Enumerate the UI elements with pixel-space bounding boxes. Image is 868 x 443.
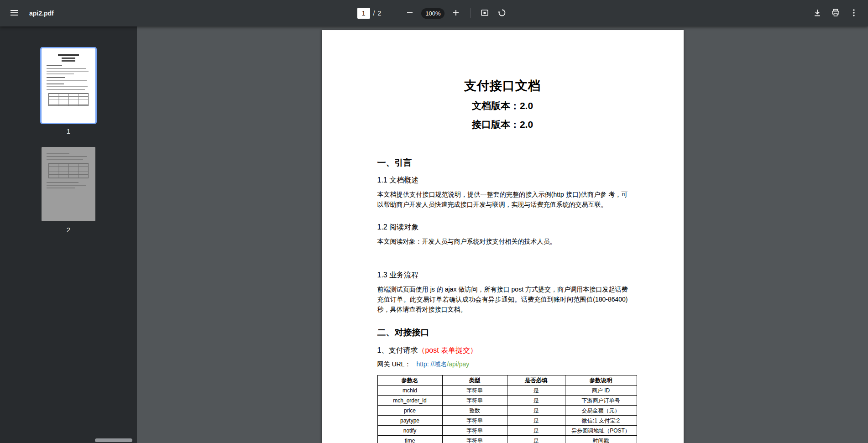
table-cell: price xyxy=(377,406,442,416)
plus-icon xyxy=(452,9,460,18)
minus-icon xyxy=(406,9,414,18)
more-options-button[interactable] xyxy=(845,5,863,22)
thumbnail-sidebar: 1 2 xyxy=(0,26,137,443)
table-cell: 时间戳 xyxy=(565,436,637,443)
table-cell: 交易金额（元） xyxy=(565,406,637,416)
page-navigation: / 2 xyxy=(357,8,382,19)
table-cell: 是 xyxy=(507,426,565,436)
table-header-cell: 参数说明 xyxy=(565,375,637,386)
gateway-url-path[interactable]: /api/pay xyxy=(447,360,469,368)
section-1-3-body: 前端测试页面使用 js 的 ajax 做访问，所有接口 post 方式提交，商户… xyxy=(377,284,628,314)
viewer-body: 1 2 支付接口文档 文档版本：2.0 xyxy=(0,26,868,443)
pay-request-method-highlight: （post 表单提交） xyxy=(418,346,477,354)
print-button[interactable] xyxy=(827,5,844,22)
section-1-2-heading: 1.2 阅读对象 xyxy=(377,222,628,232)
table-row: mch_order_id字符串是下游商户订单号 xyxy=(377,396,637,406)
toolbar-right xyxy=(511,5,863,22)
thumbnail-page-preview-2 xyxy=(42,147,95,221)
section-1-heading: 一、引言 xyxy=(377,157,628,168)
toolbar-left: api2.pdf xyxy=(5,5,357,22)
thumbnail-label-2: 2 xyxy=(67,226,70,234)
page-separator: / xyxy=(373,10,375,17)
table-cell: 字符串 xyxy=(442,416,507,426)
gateway-url-link[interactable]: http: //域名 xyxy=(416,360,447,368)
page-count: / 2 xyxy=(373,10,382,17)
download-icon xyxy=(813,8,822,19)
table-row: price整数是交易金额（元） xyxy=(377,406,637,416)
section-2-heading: 二、对接接口 xyxy=(377,327,628,338)
zoom-out-button[interactable] xyxy=(401,5,418,22)
print-icon xyxy=(831,8,840,19)
table-row: mchid字符串是商户 ID xyxy=(377,386,637,396)
table-cell: 是 xyxy=(507,406,565,416)
api-version-line: 接口版本：2.0 xyxy=(377,118,628,130)
doc-title: 支付接口文档 xyxy=(377,78,628,94)
sidebar-scrollbar[interactable] xyxy=(95,438,132,442)
table-cell: 微信:1 支付宝:2 xyxy=(565,416,637,426)
section-1-3-heading: 1.3 业务流程 xyxy=(377,270,628,280)
table-cell: 是 xyxy=(507,386,565,396)
pdf-viewport: 支付接口文档 文档版本：2.0 接口版本：2.0 一、引言 1.1 文档概述 本… xyxy=(137,26,868,443)
table-cell: 字符串 xyxy=(442,396,507,406)
gateway-url-label: 网关 URL： xyxy=(377,360,411,368)
gateway-url-line: 网关 URL：http: //域名/api/pay xyxy=(377,360,628,368)
pay-request-heading-text: 1、支付请求 xyxy=(377,346,418,354)
table-cell: 是 xyxy=(507,436,565,443)
vertical-ellipsis-icon xyxy=(849,8,858,19)
page-thumbnail-1[interactable]: 1 xyxy=(42,48,95,135)
zoom-in-button[interactable] xyxy=(447,5,465,22)
pdf-viewer-window: api2.pdf / 2 100% xyxy=(0,0,868,443)
table-cell: 字符串 xyxy=(442,386,507,396)
table-cell: 异步回调地址（POST） xyxy=(565,426,637,436)
table-row: time字符串是时间戳 xyxy=(377,436,637,443)
table-cell: 是 xyxy=(507,396,565,406)
table-header-cell: 是否必填 xyxy=(507,375,565,386)
table-cell: 字符串 xyxy=(442,426,507,436)
table-cell: notify xyxy=(377,426,442,436)
table-header-row: 参数名 类型 是否必填 参数说明 xyxy=(377,375,637,386)
table-row: notify字符串是异步回调地址（POST） xyxy=(377,426,637,436)
download-button[interactable] xyxy=(809,5,826,22)
table-cell: mchid xyxy=(377,386,442,396)
table-cell: 整数 xyxy=(442,406,507,416)
table-row: paytype字符串是微信:1 支付宝:2 xyxy=(377,416,637,426)
table-cell: 下游商户订单号 xyxy=(565,396,637,406)
document-filename: api2.pdf xyxy=(29,10,54,17)
rotate-counterclockwise-icon xyxy=(497,8,507,19)
section-1-1-body: 本文档提供支付接口规范说明，提供一整套的完整的接入示例(http 接口)供商户参… xyxy=(377,189,628,209)
page-thumbnail-2[interactable]: 2 xyxy=(42,147,95,234)
api-parameters-table: 参数名 类型 是否必填 参数说明 mchid字符串是商户 IDmch_order… xyxy=(377,375,637,443)
zoom-level-display: 100% xyxy=(421,8,444,19)
table-cell: time xyxy=(377,436,442,443)
table-cell: paytype xyxy=(377,416,442,426)
fit-page-icon xyxy=(480,8,489,19)
section-1-1-heading: 1.1 文档概述 xyxy=(377,175,628,185)
pay-request-heading: 1、支付请求（post 表单提交） xyxy=(377,345,628,355)
table-header-cell: 类型 xyxy=(442,375,507,386)
doc-version-line: 文档版本：2.0 xyxy=(377,99,628,112)
table-cell: 字符串 xyxy=(442,436,507,443)
table-cell: mch_order_id xyxy=(377,396,442,406)
table-header-cell: 参数名 xyxy=(377,375,442,386)
thumbnail-label-1: 1 xyxy=(67,127,70,135)
page-total: 2 xyxy=(377,10,381,17)
table-cell: 商户 ID xyxy=(565,386,637,396)
pdf-page-1: 支付接口文档 文档版本：2.0 接口版本：2.0 一、引言 1.1 文档概述 本… xyxy=(322,30,684,443)
api-table-body: mchid字符串是商户 IDmch_order_id字符串是下游商户订单号pri… xyxy=(377,386,637,443)
hamburger-icon xyxy=(10,8,19,19)
table-cell: 是 xyxy=(507,416,565,426)
fit-to-page-button[interactable] xyxy=(476,5,493,22)
toolbar-center: / 2 100% xyxy=(357,5,511,22)
rotate-button[interactable] xyxy=(493,5,511,22)
menu-button[interactable] xyxy=(5,5,23,22)
thumbnail-page-preview-1 xyxy=(42,48,95,123)
page-number-input[interactable] xyxy=(357,8,370,19)
section-1-2-body: 本文阅读对象：开发人员与商户系统对接支付相关的技术人员。 xyxy=(377,236,628,246)
toolbar: api2.pdf / 2 100% xyxy=(0,0,868,26)
toolbar-divider xyxy=(470,8,471,18)
